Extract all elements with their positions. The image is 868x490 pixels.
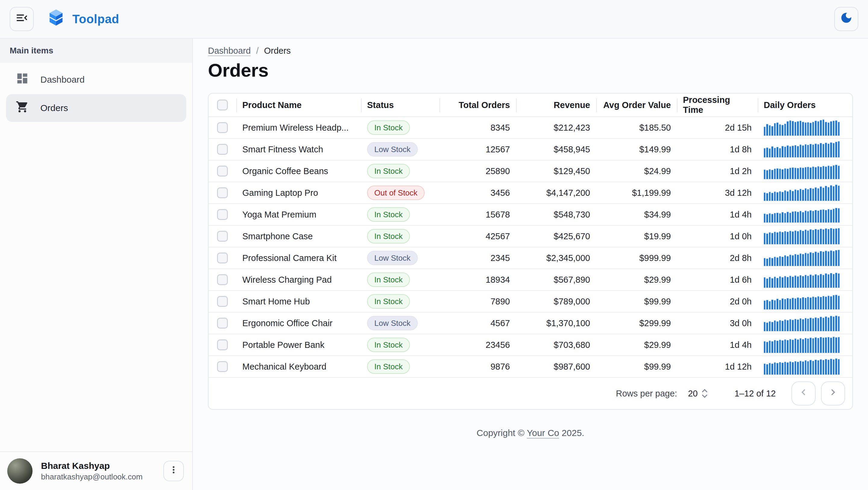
sidebar-item-label: Orders <box>40 103 68 113</box>
cell-processing-time: 2d 0h <box>677 296 758 307</box>
cell-avg-order-value: $1,199.99 <box>596 188 677 198</box>
cell-total-orders: 12567 <box>439 145 516 154</box>
row-checkbox[interactable] <box>217 166 228 176</box>
row-checkbox[interactable] <box>217 274 228 285</box>
cell-avg-order-value: $99.99 <box>596 296 677 307</box>
brand[interactable]: Toolpad <box>47 9 119 29</box>
avatar[interactable] <box>7 458 33 484</box>
status-badge: In Stock <box>367 120 410 135</box>
cell-product-name: Ergonomic Office Chair <box>236 318 361 328</box>
cell-revenue: $212,423 <box>516 123 596 133</box>
cell-total-orders: 15678 <box>439 210 516 220</box>
page-title: Orders <box>208 59 853 81</box>
user-email: bharatkashyap@outlook.com <box>41 471 163 482</box>
row-checkbox[interactable] <box>217 144 228 155</box>
cell-revenue: $4,147,200 <box>516 188 596 198</box>
cell-revenue: $2,345,000 <box>516 253 596 263</box>
cell-avg-order-value: $29.99 <box>596 275 677 285</box>
row-checkbox[interactable] <box>217 231 228 242</box>
cell-total-orders: 7890 <box>439 296 516 307</box>
table-row[interactable]: Smartphone Case In Stock 42567 $425,670 … <box>209 226 852 248</box>
row-checkbox[interactable] <box>217 296 228 307</box>
daily-orders-sparkline <box>764 163 840 179</box>
daily-orders-sparkline <box>764 271 840 288</box>
cell-daily-orders <box>758 337 853 353</box>
table-row[interactable]: Ergonomic Office Chair Low Stock 4567 $1… <box>209 313 852 334</box>
cell-avg-order-value: $19.99 <box>596 231 677 241</box>
rows-per-page-stepper-icon[interactable] <box>701 388 708 398</box>
select-all-checkbox[interactable] <box>217 99 228 110</box>
breadcrumb-dashboard-link[interactable]: Dashboard <box>208 46 251 56</box>
user-menu-button[interactable] <box>163 461 184 481</box>
daily-orders-sparkline <box>764 228 840 244</box>
column-header-revenue[interactable]: Revenue <box>516 93 596 116</box>
cell-daily-orders <box>758 228 853 244</box>
cell-product-name: Gaming Laptop Pro <box>236 188 361 198</box>
row-checkbox[interactable] <box>217 253 228 263</box>
table-row[interactable]: Mechanical Keyboard In Stock 9876 $987,6… <box>209 356 852 378</box>
breadcrumb-current: Orders <box>264 46 291 56</box>
table-row[interactable]: Premium Wireless Headp... In Stock 8345 … <box>209 117 852 139</box>
daily-orders-sparkline <box>764 315 840 331</box>
cell-revenue: $548,730 <box>516 210 596 220</box>
column-header-status[interactable]: Status <box>361 93 439 116</box>
cell-status: In Stock <box>361 359 439 374</box>
cell-processing-time: 1d 0h <box>677 231 758 241</box>
table-row[interactable]: Smart Fitness Watch Low Stock 12567 $458… <box>209 139 852 161</box>
table-row[interactable]: Portable Power Bank In Stock 23456 $703,… <box>209 334 852 356</box>
cell-total-orders: 8345 <box>439 123 516 133</box>
column-header-total-orders[interactable]: Total Orders <box>439 93 516 116</box>
cell-revenue: $1,370,100 <box>516 318 596 328</box>
sidebar-item-dashboard[interactable]: Dashboard <box>6 66 186 93</box>
table-row[interactable]: Yoga Mat Premium In Stock 15678 $548,730… <box>209 204 852 226</box>
cell-processing-time: 1d 12h <box>677 362 758 372</box>
sidebar-item-orders[interactable]: Orders <box>6 94 186 122</box>
row-checkbox[interactable] <box>217 361 228 372</box>
copyright: Copyright © Your Co 2025. <box>208 428 853 438</box>
cell-product-name: Organic Coffee Beans <box>236 166 361 176</box>
cell-product-name: Smart Fitness Watch <box>236 145 361 154</box>
cell-total-orders: 9876 <box>439 362 516 372</box>
cell-status: In Stock <box>361 294 439 309</box>
column-header-processing-time[interactable]: Processing Time <box>677 93 758 116</box>
cell-processing-time: 3d 12h <box>677 188 758 198</box>
cell-product-name: Smartphone Case <box>236 231 361 241</box>
cell-revenue: $789,000 <box>516 296 596 307</box>
table-row[interactable]: Gaming Laptop Pro Out of Stock 3456 $4,1… <box>209 182 852 204</box>
cell-product-name: Wireless Charging Pad <box>236 275 361 285</box>
cell-status: In Stock <box>361 207 439 222</box>
main-content: Dashboard / Orders Orders Product Name S… <box>193 39 868 490</box>
next-page-button[interactable] <box>821 381 845 405</box>
row-checkbox[interactable] <box>217 188 228 198</box>
cell-status: Low Stock <box>361 251 439 265</box>
cell-product-name: Smart Home Hub <box>236 296 361 307</box>
cell-avg-order-value: $99.99 <box>596 362 677 372</box>
status-badge: Low Stock <box>367 142 418 156</box>
row-checkbox[interactable] <box>217 340 228 350</box>
table-row[interactable]: Organic Coffee Beans In Stock 25890 $129… <box>209 161 852 182</box>
table-row[interactable]: Smart Home Hub In Stock 7890 $789,000 $9… <box>209 291 852 313</box>
column-header-daily-orders[interactable]: Daily Orders <box>758 93 853 116</box>
row-checkbox[interactable] <box>217 122 228 133</box>
collapse-sidebar-button[interactable] <box>10 7 34 31</box>
column-header-avg-order-value[interactable]: Avg Order Value <box>596 93 677 116</box>
status-badge: In Stock <box>367 164 410 178</box>
previous-page-button[interactable] <box>792 381 815 405</box>
cell-status: Out of Stock <box>361 185 439 200</box>
theme-toggle-button[interactable] <box>834 7 858 31</box>
row-checkbox[interactable] <box>217 209 228 220</box>
row-checkbox[interactable] <box>217 318 228 328</box>
app-title: Toolpad <box>72 12 119 26</box>
status-badge: In Stock <box>367 359 410 374</box>
pagination-range: 1–12 of 12 <box>735 388 776 399</box>
cell-revenue: $458,945 <box>516 145 596 154</box>
column-header-product-name[interactable]: Product Name <box>236 93 361 116</box>
table-row[interactable]: Professional Camera Kit Low Stock 2345 $… <box>209 248 852 269</box>
cell-daily-orders <box>758 250 853 266</box>
user-name: Bharat Kashyap <box>41 460 163 471</box>
breadcrumb-separator: / <box>256 46 258 56</box>
table-row[interactable]: Wireless Charging Pad In Stock 18934 $56… <box>209 269 852 291</box>
company-link[interactable]: Your Co <box>527 428 559 438</box>
cell-revenue: $703,680 <box>516 340 596 350</box>
rows-per-page-value[interactable]: 20 <box>688 388 698 399</box>
